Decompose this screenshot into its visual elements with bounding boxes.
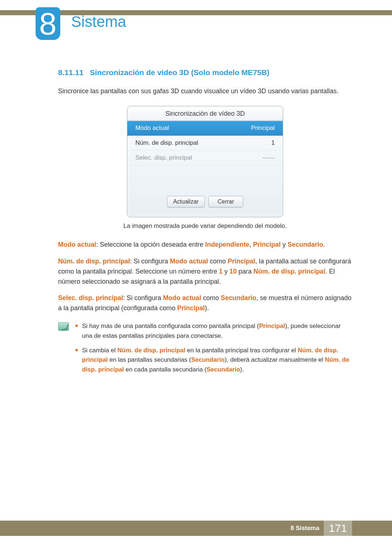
dialog-row-mode[interactable]: Modo actual Principal [127, 121, 283, 136]
page-content: 8.11.11 Sincronización de vídeo 3D (Solo… [58, 68, 352, 379]
term: 10 [229, 268, 237, 275]
note-block: Si hay más de una pantalla configurada c… [58, 321, 352, 379]
text: : Si configura [123, 294, 163, 301]
term: Modo actual [170, 258, 208, 265]
intro-text: Sincronice las pantallas con sus gafas 3… [58, 86, 352, 97]
term: Selec. disp. principal [58, 294, 123, 301]
text: Si hay más de una pantalla configurada c… [82, 323, 259, 329]
chapter-number: 8 [39, 8, 57, 39]
term: Núm. de disp. principal [58, 258, 130, 265]
term: Secundario [191, 356, 225, 363]
text: como [201, 294, 221, 301]
note-item: Si cambia el Núm. de disp. principal en … [75, 346, 352, 374]
row-value: ------ [262, 154, 275, 161]
chapter-title: Sistema [71, 13, 126, 30]
term: Núm. de disp. principal [253, 268, 325, 275]
row-label: Núm. de disp. principal [135, 139, 198, 147]
dialog-screenshot: Sincronización de vídeo 3D Modo actual P… [127, 106, 283, 217]
text: Si cambia el [82, 347, 117, 354]
close-button[interactable]: Cerrar [208, 196, 243, 208]
text: ). [205, 304, 209, 312]
row-label: Selec. disp. principal [135, 154, 192, 161]
dialog-buttons: Actualizar Cerrar [127, 194, 283, 212]
term: 1 [219, 268, 222, 275]
row-value: 1 [271, 139, 275, 147]
footer-label: 8 Sistema [291, 525, 324, 532]
para-selec-disp: Selec. disp. principal: Si configura Mod… [58, 293, 352, 313]
text: ), deberá actualizar manualmente el [225, 356, 325, 363]
dialog-row-num[interactable]: Núm. de disp. principal 1 [127, 136, 283, 151]
note-icon [58, 322, 69, 331]
note-list: Si hay más de una pantalla configurada c… [75, 321, 352, 379]
section-number: 8.11.11 [58, 68, 83, 77]
term: Principal [228, 258, 255, 265]
section-title: Sincronización de vídeo 3D (Solo modelo … [90, 68, 270, 77]
term: Secundario [207, 366, 240, 373]
term: Núm. de disp. principal [117, 347, 185, 354]
term: Secundario [221, 294, 256, 301]
text: como [208, 258, 228, 265]
text: , [249, 241, 253, 248]
text: en las pantallas secundarias ( [108, 356, 191, 363]
chapter-tab: 8 [36, 7, 60, 40]
term: Secundario [287, 241, 323, 248]
para-modo-actual: Modo actual: Seleccione la opción desead… [58, 240, 352, 250]
term: Modo actual [58, 241, 96, 248]
note-item: Si hay más de una pantalla configurada c… [75, 321, 352, 341]
text: y [222, 268, 229, 275]
page-number: 171 [324, 521, 352, 536]
sync-dialog: Sincronización de vídeo 3D Modo actual P… [127, 106, 283, 217]
footer-bar: 8 Sistema 171 [0, 521, 392, 536]
refresh-button[interactable]: Actualizar [167, 196, 205, 208]
text: y [281, 241, 287, 248]
dialog-spacer [127, 165, 283, 194]
term: Principal [253, 241, 281, 248]
text: en la pantalla principal tras configurar… [185, 347, 298, 354]
text: para [237, 268, 253, 275]
term: Principal [177, 304, 205, 312]
row-label: Modo actual [135, 124, 169, 132]
dialog-body: Modo actual Principal Núm. de disp. prin… [127, 121, 283, 217]
text: : Seleccione la opción deseada entre [96, 241, 205, 248]
term: Modo actual [163, 294, 201, 301]
text: ). [240, 366, 244, 373]
para-num-disp: Núm. de disp. principal: Si configura Mo… [58, 257, 352, 287]
text: : Si configura [130, 258, 170, 265]
dialog-title: Sincronización de vídeo 3D [127, 106, 283, 121]
row-value: Principal [251, 124, 275, 132]
image-caption: La imagen mostrada puede variar dependie… [58, 222, 352, 230]
term: Independiente [205, 241, 249, 248]
term: Principal [259, 323, 285, 329]
dialog-row-select: Selec. disp. principal ------ [127, 151, 283, 165]
text: en cada pantalla secundaria ( [124, 366, 207, 373]
section-heading: 8.11.11 Sincronización de vídeo 3D (Solo… [58, 68, 352, 77]
text: . [323, 241, 325, 248]
